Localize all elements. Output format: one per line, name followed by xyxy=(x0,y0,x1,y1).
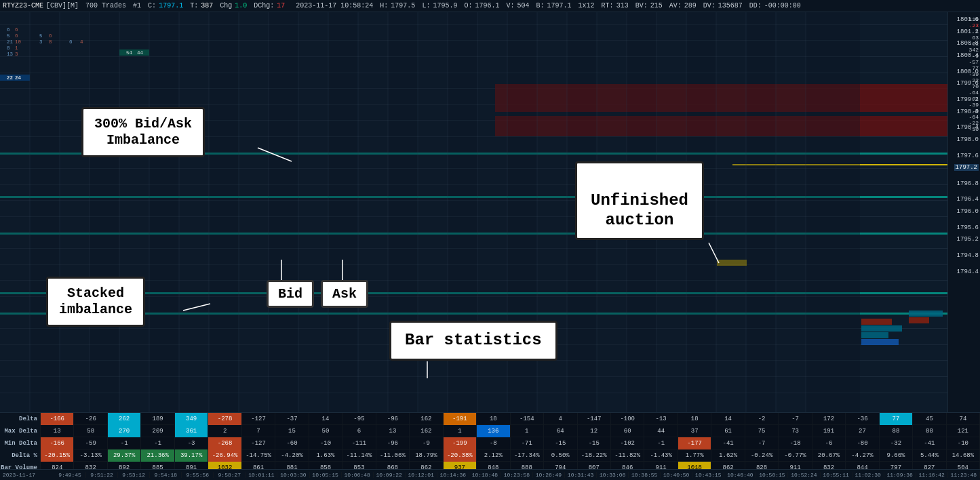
ask-annotation: Ask xyxy=(321,280,368,308)
price-1796-8: 1796.8 xyxy=(957,180,979,187)
svg-text:3: 3 xyxy=(15,52,18,57)
price-1798-0: 1798.0 xyxy=(957,136,979,143)
dd-label: DD: xyxy=(749,2,762,9)
dd-value: -00:00:00 xyxy=(764,2,801,9)
svg-text:4: 4 xyxy=(80,39,83,45)
timestamps-row: 2023-11-17 9:49:45 9:51:22 9:53:12 9:54:… xyxy=(0,469,980,480)
delta-cell-21: -2 xyxy=(745,413,779,425)
ts-26: 11:09:36 xyxy=(884,472,916,478)
price-1795-6: 1795.6 xyxy=(957,224,979,231)
rt-value: 313 xyxy=(616,2,629,9)
dchg-label: DChg: xyxy=(254,2,274,9)
delta-cell-27: 74 xyxy=(947,413,980,425)
delta-cell-13: 18 xyxy=(477,413,510,425)
svg-text:6: 6 xyxy=(69,39,73,45)
delta-cell-9: -95 xyxy=(342,413,376,425)
chart-main[interactable]: 6 6 5 6 21 10 8 1 13 3 22 24 54 44 5 6 3… xyxy=(0,12,947,412)
svg-rect-9 xyxy=(269,12,298,412)
c-label: C: xyxy=(148,2,156,9)
svg-rect-77 xyxy=(861,325,902,332)
price-1797-2-current: 1797.2 xyxy=(954,164,979,171)
delta-cell-6: -127 xyxy=(242,413,275,425)
ts-5: 9:58:27 xyxy=(214,472,246,478)
svg-text:10: 10 xyxy=(15,39,22,45)
header-bar: RTYZ23-CME [CBV][M] 700 Trades #1 C: 179… xyxy=(0,0,980,12)
chg-label: Chg xyxy=(220,2,232,9)
stacked-imbalance-annotation: Stacked imbalance xyxy=(46,277,145,327)
o-label: O: xyxy=(464,2,472,9)
ts-20: 10:43:15 xyxy=(692,472,724,478)
svg-text:22: 22 xyxy=(7,75,14,81)
price-1795-2: 1795.2 xyxy=(957,236,979,243)
v-label: V: xyxy=(506,2,514,9)
svg-text:13: 13 xyxy=(7,52,14,57)
svg-rect-78 xyxy=(861,332,888,338)
svg-rect-25 xyxy=(746,12,776,412)
price-1796-4: 1796.4 xyxy=(957,196,979,203)
price-1796-0: 1796.0 xyxy=(957,208,979,215)
c-value: 1797.1 xyxy=(159,2,183,9)
ts-end: 11:23:48 xyxy=(948,472,980,478)
svg-rect-0 xyxy=(0,12,30,412)
svg-text:6: 6 xyxy=(15,33,18,39)
svg-text:6: 6 xyxy=(15,27,18,33)
bv-label: BV: xyxy=(635,2,648,9)
svg-rect-7 xyxy=(209,12,239,412)
svg-rect-83 xyxy=(717,260,747,266)
svg-text:5: 5 xyxy=(7,33,10,39)
svg-text:8: 8 xyxy=(7,45,10,51)
dv-value: 135687 xyxy=(718,2,743,9)
svg-text:8: 8 xyxy=(49,39,52,45)
ts-12: 10:14:36 xyxy=(437,472,469,478)
delta-cell-15: 4 xyxy=(544,413,577,425)
price-1794-8: 1794.8 xyxy=(957,252,979,259)
bar-num-label: #1 xyxy=(133,2,141,9)
ts-25: 11:02:30 xyxy=(852,472,884,478)
ts-18: 10:38:55 xyxy=(629,472,661,478)
bid-annotation: Bid xyxy=(267,280,314,308)
ts-11: 10:12:01 xyxy=(406,472,437,478)
delta-cell-1: -26 xyxy=(74,413,107,425)
ts-8: 10:05:15 xyxy=(310,472,342,478)
av-label: AV: xyxy=(669,2,682,9)
rt-label: RT: xyxy=(602,2,614,9)
max-delta-row-label: Max Delta xyxy=(0,425,41,437)
l-value: 1795.9 xyxy=(433,2,457,9)
l-label: L: xyxy=(422,2,430,9)
svg-rect-2 xyxy=(60,12,90,412)
delta-cell-26: 45 xyxy=(913,413,946,425)
type-label: [CBV][M] xyxy=(46,2,79,9)
delta-cell-14: -154 xyxy=(511,413,544,425)
ts-9: 10:06:48 xyxy=(342,472,374,478)
ts-10: 10:09:22 xyxy=(374,472,406,478)
svg-text:6: 6 xyxy=(49,33,52,39)
svg-rect-11 xyxy=(328,12,358,412)
svg-text:1: 1 xyxy=(15,45,18,51)
b-value: 1797.1 xyxy=(547,2,572,9)
min-delta-row-label: Min Delta xyxy=(0,437,41,449)
svg-rect-79 xyxy=(861,319,892,325)
svg-rect-41 xyxy=(119,49,149,56)
bid-ask-imbalance-annotation: 300% Bid/Ask Imbalance xyxy=(81,107,205,157)
delta-cell-23: 172 xyxy=(812,413,846,425)
price-1797-6: 1797.6 xyxy=(957,153,979,159)
unfinished-auction-annotation: Unfinished auction xyxy=(575,161,704,240)
svg-text:44: 44 xyxy=(137,50,144,56)
svg-rect-5 xyxy=(149,12,179,412)
ts-21: 10:46:40 xyxy=(724,472,756,478)
svg-rect-3 xyxy=(90,12,119,412)
svg-rect-81 xyxy=(909,311,943,317)
h-value: 1797.5 xyxy=(391,2,415,9)
ts-16: 10:31:43 xyxy=(565,472,597,478)
ts-17: 10:33:06 xyxy=(597,472,629,478)
min-delta-row: Min Delta -166 -59 -1 -1 -3 -268 -127 -6… xyxy=(0,437,980,449)
price-1794-4: 1794.4 xyxy=(957,268,979,275)
v-value: 504 xyxy=(517,2,530,9)
dchg-value: 17 xyxy=(277,2,285,9)
price-scale: 1801.6 1801.2 1800.8 1800.4 1800.0 1799.… xyxy=(947,12,980,412)
delta-cell-18: -13 xyxy=(644,413,678,425)
ts-22: 10:50:15 xyxy=(756,472,788,478)
delta-cell-11: 162 xyxy=(410,413,443,425)
svg-text:6: 6 xyxy=(7,27,10,33)
delta-row-label: Delta xyxy=(0,413,41,425)
